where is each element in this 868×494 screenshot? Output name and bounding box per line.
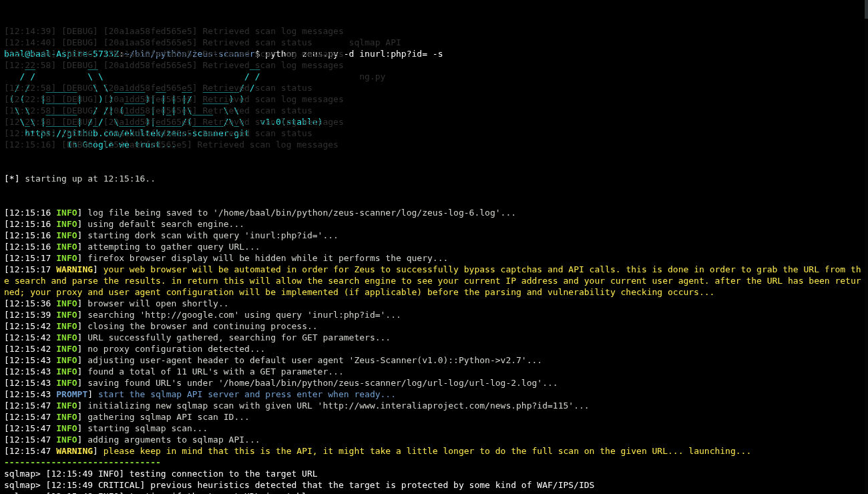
banner-line-3: ( ( |______| ) ) ____)| | | |/ _____) ) <box>4 94 276 104</box>
startup-msg: starting up at 12:15:16.. <box>19 174 156 184</box>
scrollbar-track[interactable] <box>865 0 868 494</box>
banner-url: https://github.com/ekultek/zeus-scanner.… <box>4 128 250 138</box>
banner-motto: In Google we trust... <box>4 140 176 150</box>
banner-line-1: / / \ \ / / <box>4 71 276 81</box>
banner-line-4: \ \ ______ / /| (____ | |_| |\____ \ \ <box>4 105 276 115</box>
scrollbar-thumb[interactable] <box>865 0 868 19</box>
prompt-user: baal <box>4 49 25 59</box>
prompt-dollar: $ <box>255 49 266 59</box>
terminal[interactable]: [12:14:39] [DEBUG] [20a1aa58fed565e5] Re… <box>4 48 864 494</box>
banner-line-5: \_\ |______| /_/ \_____)|_____/(______/\… <box>4 117 322 127</box>
banner-line-2: / / ______ \ \ ______ __ __ _______/ / <box>4 83 276 93</box>
startup-star: [*] <box>4 174 19 184</box>
prompt-at: @ <box>25 49 30 59</box>
prompt-colon: : <box>119 49 124 59</box>
sqlmap-output: sqlmap> [12:15:49 INFO] testing connecti… <box>4 468 864 494</box>
command-line: python zeus.py -d inurl:php?id= -s <box>265 49 443 59</box>
banner-line-0: __ __ __ <box>4 60 276 70</box>
prompt-path: ~/bin/python/zeus-scanner <box>124 49 255 59</box>
log-output: [12:15:16 INFO] log file being saved to … <box>4 207 864 457</box>
prompt-host: baal-Aspire-5733Z <box>30 49 119 59</box>
divider: ------------------------------ <box>4 457 161 467</box>
